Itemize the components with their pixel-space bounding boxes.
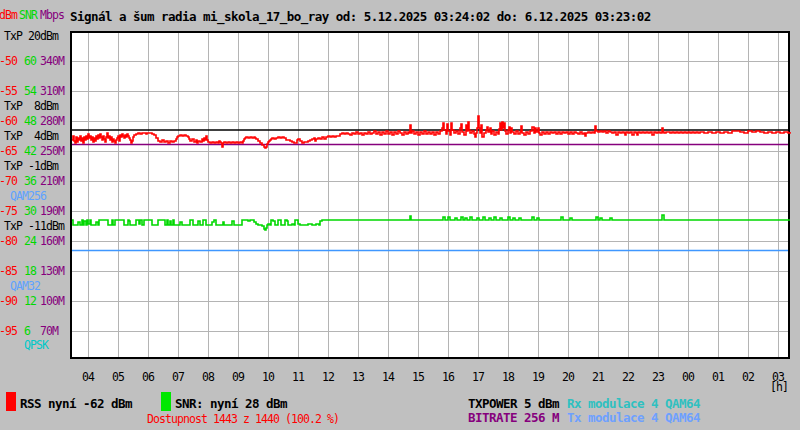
- mbps-tick-label: 130M: [40, 265, 64, 278]
- modulation-tick-label: QAM32: [10, 280, 40, 293]
- mbps-tick-label: 190M: [40, 205, 64, 218]
- hour-tick-label: 22: [622, 371, 634, 384]
- availability-label: Dostupnost 1443 z 1440 (100.2 %): [147, 413, 339, 426]
- snr-legend-label: SNR: nyní 28 dBm: [175, 397, 287, 410]
- snr-tick-label: 36: [24, 175, 36, 188]
- dbm-tick-label: -80: [0, 235, 17, 248]
- mbps-tick-label: 280M: [40, 115, 64, 128]
- hour-tick-label: 08: [202, 371, 214, 384]
- signal-noise-chart: [0, 0, 800, 430]
- txp-tick-label: TxP 4dBm: [4, 130, 58, 143]
- snr-legend-swatch: [161, 392, 171, 411]
- snr-tick-label: 42: [24, 145, 36, 158]
- chart-title: Signál a šum radia mi_skola_17_bo_ray od…: [70, 10, 651, 23]
- hour-tick-label: 12: [322, 371, 334, 384]
- snr-tick-label: 18: [24, 265, 36, 278]
- mbps-tick-label: 160M: [40, 235, 64, 248]
- hour-tick-label: 06: [142, 371, 154, 384]
- dbm-tick-label: -90: [0, 295, 17, 308]
- axis-header-snr: SNR: [19, 9, 37, 22]
- mbps-tick-label: 100M: [40, 295, 64, 308]
- mbps-tick-label: 70M: [40, 325, 58, 338]
- mbps-tick-label: 210M: [40, 175, 64, 188]
- signal-graph-page: {"title":"Signál a šum radia mi_skola_17…: [0, 0, 800, 430]
- txp-tick-label: TxP -11dBm: [4, 220, 64, 233]
- hour-tick-label: 16: [442, 371, 454, 384]
- x-axis-unit-label: [h]: [770, 381, 788, 394]
- txp-tick-label: TxP 20dBm: [4, 30, 58, 43]
- mbps-tick-label: 310M: [40, 85, 64, 98]
- hour-tick-label: 10: [262, 371, 274, 384]
- snr-tick-label: 60: [24, 55, 36, 68]
- hour-tick-label: 09: [232, 371, 244, 384]
- snr-tick-label: 24: [24, 235, 36, 248]
- txp-tick-label: TxP 8dBm: [4, 100, 58, 113]
- hour-tick-label: 21: [592, 371, 604, 384]
- snr-tick-label: 30: [24, 205, 36, 218]
- dbm-tick-label: -85: [0, 265, 17, 278]
- snr-tick-label: 54: [24, 85, 36, 98]
- axis-header-mbps: Mbps: [40, 9, 64, 22]
- snr-tick-label: 48: [24, 115, 36, 128]
- modulation-tick-label: QPSK: [24, 339, 48, 352]
- dbm-tick-label: -70: [0, 175, 17, 188]
- rx-modulation-label: Rx modulace 4 QAM64: [567, 397, 700, 410]
- mbps-tick-label: 250M: [40, 145, 64, 158]
- hour-tick-label: 23: [652, 371, 664, 384]
- hour-tick-label: 18: [502, 371, 514, 384]
- dbm-tick-label: -75: [0, 205, 17, 218]
- bitrate-legend-label: BITRATE 256 M: [468, 411, 559, 424]
- hour-tick-label: 17: [472, 371, 484, 384]
- dbm-tick-label: -65: [0, 145, 17, 158]
- hour-tick-label: 20: [562, 371, 574, 384]
- axis-header-dbm: dBm: [0, 9, 17, 22]
- hour-tick-label: 19: [532, 371, 544, 384]
- dbm-tick-label: -60: [0, 115, 17, 128]
- rss-legend-label: RSS nyní -62 dBm: [20, 397, 132, 410]
- tx-modulation-label: Tx modulace 4 QAM64: [567, 411, 700, 424]
- dbm-tick-label: -95: [0, 325, 17, 338]
- hour-tick-label: 14: [382, 371, 394, 384]
- hour-tick-label: 00: [682, 371, 694, 384]
- mbps-tick-label: 340M: [40, 55, 64, 68]
- txpower-legend-label: TXPOWER 5 dBm: [468, 397, 559, 410]
- snr-tick-label: 12: [24, 295, 36, 308]
- hour-tick-label: 01: [712, 371, 724, 384]
- hour-tick-label: 05: [112, 371, 124, 384]
- hour-tick-label: 11: [292, 371, 304, 384]
- txp-tick-label: TxP -1dBm: [4, 160, 58, 173]
- hour-tick-label: 13: [352, 371, 364, 384]
- hour-tick-label: 02: [742, 371, 754, 384]
- snr-tick-label: 6: [24, 325, 30, 338]
- dbm-tick-label: -50: [0, 55, 17, 68]
- hour-tick-label: 04: [82, 371, 94, 384]
- hour-tick-label: 07: [172, 371, 184, 384]
- hour-tick-label: 15: [412, 371, 424, 384]
- dbm-tick-label: -55: [0, 85, 17, 98]
- rss-legend-swatch: [6, 392, 16, 411]
- modulation-tick-label: QAM256: [10, 190, 46, 203]
